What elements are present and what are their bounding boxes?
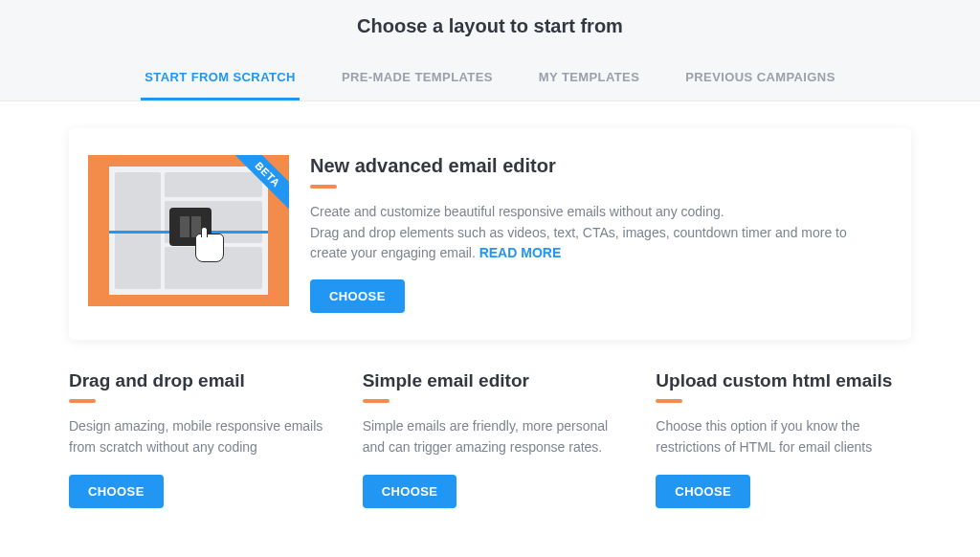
option-title: Upload custom html emails <box>656 370 911 391</box>
read-more-link[interactable]: READ MORE <box>479 245 562 260</box>
featured-desc-line-2: Drag and drop elements such as videos, t… <box>310 225 847 261</box>
accent-bar <box>656 399 682 403</box>
choose-button-drag-and-drop[interactable]: CHOOSE <box>69 475 164 508</box>
featured-description: Create and customize beautiful responsiv… <box>310 202 884 264</box>
choose-button-simple-editor[interactable]: CHOOSE <box>363 475 457 508</box>
content: BETA New advanced email editor Create an… <box>0 101 980 527</box>
featured-card: BETA New advanced email editor Create an… <box>69 128 911 340</box>
featured-desc-line-1: Create and customize beautiful responsiv… <box>310 204 724 219</box>
accent-bar <box>310 185 337 189</box>
accent-bar <box>69 399 96 403</box>
header-area: Choose a layout to start from START FROM… <box>0 0 980 101</box>
option-description: Simple emails are friendly, more persona… <box>363 416 618 457</box>
option-drag-and-drop: Drag and drop email Design amazing, mobi… <box>69 370 324 508</box>
option-description: Choose this option if you know the restr… <box>656 416 911 457</box>
tab-start-from-scratch[interactable]: START FROM SCRATCH <box>141 60 300 100</box>
accent-bar <box>363 399 390 403</box>
tab-my-templates[interactable]: MY TEMPLATES <box>535 60 643 100</box>
option-title: Drag and drop email <box>69 370 324 391</box>
featured-title: New advanced email editor <box>310 155 884 177</box>
option-description: Design amazing, mobile responsive emails… <box>69 416 324 457</box>
featured-body: New advanced email editor Create and cus… <box>310 155 884 313</box>
tabs: START FROM SCRATCH PRE-MADE TEMPLATES MY… <box>0 60 980 100</box>
tab-pre-made-templates[interactable]: PRE-MADE TEMPLATES <box>338 60 497 100</box>
featured-choose-button[interactable]: CHOOSE <box>310 279 405 313</box>
option-upload-html: Upload custom html emails Choose this op… <box>656 370 911 508</box>
cursor-hand-icon <box>195 234 224 262</box>
option-simple-editor: Simple email editor Simple emails are fr… <box>363 370 618 508</box>
featured-thumbnail: BETA <box>88 155 289 313</box>
options-row: Drag and drop email Design amazing, mobi… <box>69 370 911 508</box>
page-title: Choose a layout to start from <box>0 15 980 37</box>
tab-previous-campaigns[interactable]: PREVIOUS CAMPAIGNS <box>681 60 838 100</box>
option-title: Simple email editor <box>363 370 618 391</box>
choose-button-upload-html[interactable]: CHOOSE <box>656 475 750 508</box>
